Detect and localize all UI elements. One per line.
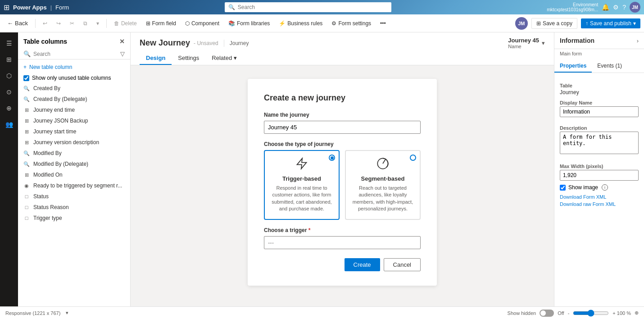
canvas-area: New Journey - Unsaved Journey Journey 45… xyxy=(131,32,554,306)
nav-users-icon[interactable]: 👥 xyxy=(2,117,16,132)
right-panel-expand-icon[interactable]: › xyxy=(637,37,639,44)
cancel-button[interactable]: Cancel xyxy=(384,258,421,271)
responsive-dropdown-icon[interactable]: ▾ xyxy=(66,310,68,316)
form-field-button[interactable]: ⊞ Form field xyxy=(142,18,180,28)
name-label: Name the journey xyxy=(264,112,421,118)
lookup-icon: 🔍 xyxy=(23,150,30,156)
redo-button[interactable]: ↪ xyxy=(53,18,64,28)
back-label: Back xyxy=(15,20,28,27)
dropdown-button[interactable]: ▾ xyxy=(93,18,103,28)
create-button[interactable]: Create xyxy=(345,258,380,271)
nav-menu-icon[interactable]: ☰ xyxy=(2,36,16,50)
save-publish-button[interactable]: ↑ Save and publish ▾ xyxy=(581,18,640,28)
help-icon[interactable]: ? xyxy=(622,4,626,11)
trigger-based-desc: Respond in real time to customer actions… xyxy=(271,185,332,213)
form-title-row: New Journey - Unsaved Journey Journey 45… xyxy=(140,37,545,49)
tab-related[interactable]: Related ▾ xyxy=(205,52,243,65)
delete-button[interactable]: 🗑 Delete xyxy=(110,18,141,28)
zoom-slider[interactable] xyxy=(573,310,609,317)
description-textarea[interactable]: A form for this entity. xyxy=(560,132,639,154)
list-item[interactable]: □ Status xyxy=(18,191,130,202)
settings-icon[interactable]: ⚙ xyxy=(613,4,619,11)
list-item[interactable]: ⊞ Journey end time xyxy=(18,105,130,115)
list-item[interactable]: ⊞ Modified On xyxy=(18,169,130,180)
nav-solutions-icon[interactable]: ⊕ xyxy=(2,101,16,115)
list-item[interactable]: ⊞ Journey JSON Backup xyxy=(18,115,130,126)
form-libraries-button[interactable]: 📚 Form libraries xyxy=(225,18,273,28)
new-column-button[interactable]: + New table column xyxy=(18,61,130,73)
nav-components-icon[interactable]: ⊙ xyxy=(2,85,16,99)
segment-based-radio[interactable] xyxy=(410,155,416,161)
tab-settings[interactable]: Settings xyxy=(172,52,205,65)
sidebar-item-label: Journey start time xyxy=(33,128,76,135)
list-item[interactable]: 🔍 Created By xyxy=(18,83,130,94)
topbar-search-box[interactable]: 🔍 xyxy=(225,2,391,12)
download-form-xml-link[interactable]: Download Form XML xyxy=(560,194,639,200)
journey-type-row: Trigger-based Respond in real time to cu… xyxy=(264,150,421,220)
responsive-label: Responsive (1221 x 767) xyxy=(5,310,60,316)
show-image-checkbox[interactable] xyxy=(560,185,566,191)
tab-properties[interactable]: Properties xyxy=(554,60,592,73)
table-value: Journey xyxy=(560,89,639,96)
tab-events[interactable]: Events (1) xyxy=(592,60,627,73)
apps-icon[interactable]: ⊞ xyxy=(4,3,9,12)
dialog-buttons: Create Cancel xyxy=(264,258,421,271)
list-item[interactable]: □ Trigger type xyxy=(18,213,130,223)
save-publish-icon: ↑ xyxy=(585,20,588,27)
sidebar-item-label: Modified On xyxy=(33,172,63,178)
back-button[interactable]: ← Back xyxy=(4,18,32,28)
list-item[interactable]: 🔍 Modified By (Delegate) xyxy=(18,159,130,169)
business-rules-button[interactable]: ⚡ Business rules xyxy=(275,18,326,28)
list-item[interactable]: □ Status Reason xyxy=(18,202,130,213)
user-avatar-topbar[interactable]: JM xyxy=(630,2,640,13)
user-avatar-cmd[interactable]: JM xyxy=(515,17,528,30)
copy-button[interactable]: ⧉ xyxy=(80,18,91,28)
form-expand-icon[interactable]: ▾ xyxy=(542,40,545,46)
component-button[interactable]: ⬡ Component xyxy=(181,18,223,28)
list-item[interactable]: ◉ Ready to be triggered by segment r... xyxy=(18,180,130,191)
trigger-label: Choose a trigger * xyxy=(264,227,421,233)
list-item[interactable]: 🔍 Created By (Delegate) xyxy=(18,94,130,105)
business-rules-icon: ⚡ xyxy=(279,20,286,27)
search-input[interactable] xyxy=(238,4,388,10)
max-width-input[interactable] xyxy=(560,170,639,181)
nav-home-icon[interactable]: ⊞ xyxy=(2,52,16,67)
list-item[interactable]: 🔍 Modified By xyxy=(18,148,130,159)
sidebar-header: Table columns ✕ xyxy=(18,32,130,49)
display-name-input[interactable] xyxy=(560,106,639,117)
new-column-icon: + xyxy=(23,64,27,70)
sidebar-item-label: Created By xyxy=(33,85,60,91)
toggle-state-label: Off xyxy=(558,310,564,316)
app-subtitle: Form xyxy=(55,4,69,11)
sidebar-close-icon[interactable]: ✕ xyxy=(119,38,125,45)
show-hidden-toggle[interactable] xyxy=(540,310,554,317)
trigger-select-input[interactable] xyxy=(264,236,421,249)
trigger-based-radio[interactable] xyxy=(329,155,335,161)
notification-icon[interactable]: 🔔 xyxy=(602,4,609,11)
show-unused-checkbox[interactable] xyxy=(23,75,29,81)
save-copy-button[interactable]: ⊞ Save a copy xyxy=(531,18,577,29)
trigger-based-card[interactable]: Trigger-based Respond in real time to cu… xyxy=(264,150,340,220)
undo-button[interactable]: ↩ xyxy=(39,18,51,28)
cut-button[interactable]: ✂ xyxy=(66,18,78,28)
sidebar-search-input[interactable] xyxy=(33,51,118,57)
list-item[interactable]: ⊞ Journey version description xyxy=(18,137,130,148)
toggle-slider xyxy=(540,310,554,317)
list-item[interactable]: ⊞ Journey start time xyxy=(18,126,130,137)
tab-design[interactable]: Design xyxy=(140,52,172,65)
more-button[interactable]: ••• xyxy=(376,18,390,28)
segment-based-card[interactable]: Segment-based Reach out to targeted audi… xyxy=(345,150,421,220)
search-icon: 🔍 xyxy=(228,4,235,10)
show-hidden-label: Show hidden xyxy=(508,310,536,316)
right-panel-body: Table Journey Display Name Description A… xyxy=(554,73,644,306)
journey-name-input[interactable] xyxy=(264,121,421,134)
more-icon: ••• xyxy=(380,20,386,27)
nav-tables-icon[interactable]: ⬡ xyxy=(2,68,16,83)
form-unsaved-label: - Unsaved xyxy=(194,40,218,46)
form-settings-button[interactable]: ⚙ Form settings xyxy=(328,18,375,28)
download-raw-xml-link[interactable]: Download raw Form XML xyxy=(560,201,639,207)
sidebar-filter-icon[interactable]: ▽ xyxy=(120,50,125,57)
right-panel-title: Information xyxy=(560,37,594,44)
new-column-label: New table column xyxy=(29,64,72,70)
trigger-required-mark: * xyxy=(308,227,311,233)
